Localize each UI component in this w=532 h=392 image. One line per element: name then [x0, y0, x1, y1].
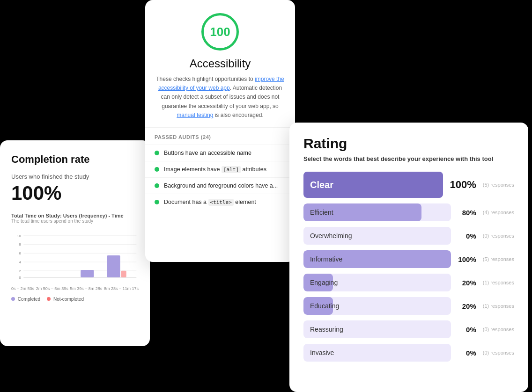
audit-text-1: Buttons have an accessible name — [164, 150, 251, 156]
rating-item-0[interactable]: Clear100%(5) responses — [303, 172, 514, 198]
score-area: 100 Accessibility These checks highlight… — [145, 0, 295, 127]
audit-dot-3 — [155, 183, 159, 188]
completion-subtitle: Users who finished the study — [11, 173, 139, 180]
rating-item-1[interactable]: Efficient80%(4) responses — [303, 203, 514, 221]
rating-bar-wrap-0: Clear — [303, 172, 443, 198]
svg-text:2: 2 — [19, 269, 21, 273]
chart-x-labels: 0s – 2m 50s 2m 50s – 5m 39s 5m 39s – 8m … — [11, 286, 139, 291]
rating-bar-label-7: Invasive — [310, 349, 334, 356]
rating-bar-bg-3: Informative — [303, 250, 451, 268]
chart-subtitle: The total time users spend on the study — [11, 218, 139, 224]
audit-item-3: Background and foreground colors have a.… — [145, 177, 295, 194]
legend-completed: Completed — [11, 297, 40, 302]
rating-bar-label-0: Clear — [310, 180, 333, 190]
rating-bar-bg-0: Clear — [303, 172, 443, 198]
svg-rect-12 — [81, 270, 94, 277]
accessibility-card: 100 Accessibility These checks highlight… — [145, 0, 295, 262]
rating-pct-2: 0% — [458, 232, 476, 240]
rating-responses-2: (0) responses — [483, 233, 514, 239]
rating-bar-wrap-6: Reassuring — [303, 320, 451, 338]
svg-text:6: 6 — [19, 251, 21, 255]
desc-pre: These checks highlight opportunities to — [156, 76, 255, 82]
completion-percent: 100% — [11, 182, 139, 204]
audit-text-3: Background and foreground colors have a.… — [164, 182, 278, 189]
legend-not-completed: Not-completed — [47, 297, 84, 302]
rating-bar-wrap-5: Educating — [303, 297, 451, 315]
score-circle: 100 — [201, 13, 239, 51]
rating-pct-3: 100% — [458, 255, 476, 263]
rating-item-3[interactable]: Informative100%(5) responses — [303, 250, 514, 268]
rating-item-4[interactable]: Engaging20%(1) responses — [303, 274, 514, 291]
rating-title: Rating — [303, 136, 514, 152]
rating-responses-1: (4) responses — [483, 210, 514, 215]
passed-audits-header: PASSED AUDITS (24) — [145, 127, 295, 145]
rating-pct-4: 20% — [458, 279, 476, 287]
rating-bar-wrap-4: Engaging — [303, 274, 451, 291]
rating-item-7[interactable]: Invasive0%(0) responses — [303, 344, 514, 362]
svg-text:0: 0 — [19, 276, 21, 280]
audit-text-4: Document has a <title> element — [164, 199, 256, 205]
rating-pct-5: 20% — [458, 302, 476, 310]
rating-bar-bg-6: Reassuring — [303, 320, 451, 338]
rating-bar-label-3: Informative — [310, 255, 342, 263]
rating-bar-label-1: Efficient — [310, 209, 333, 216]
rating-bar-label-5: Educating — [310, 302, 339, 310]
rating-bar-wrap-2: Overwhelming — [303, 227, 451, 245]
x-label-3: 5m 39s – 8m 28s — [70, 286, 102, 291]
rating-bar-bg-2: Overwhelming — [303, 227, 451, 245]
rating-subtitle: Select the words that best describe your… — [303, 155, 514, 162]
rating-pct-7: 0% — [458, 349, 476, 357]
accessibility-title: Accessibility — [190, 57, 251, 70]
x-label-4: 8m 28s – 11m 17s — [104, 286, 139, 291]
score-value: 100 — [210, 25, 230, 39]
rating-bar-wrap-7: Invasive — [303, 344, 451, 362]
audit-item-4: Document has a <title> element — [145, 194, 295, 210]
audit-dot-4 — [155, 200, 159, 204]
x-label-1: 0s – 2m 50s — [11, 286, 34, 291]
rating-responses-7: (0) responses — [483, 350, 514, 356]
rating-bar-bg-5: Educating — [303, 297, 451, 315]
rating-bar-wrap-1: Efficient — [303, 203, 451, 221]
rating-pct-0: 100% — [450, 179, 476, 191]
rating-items-container: Clear100%(5) responsesEfficient80%(4) re… — [303, 172, 514, 362]
rating-responses-6: (0) responses — [483, 327, 514, 332]
rating-bar-wrap-3: Informative — [303, 250, 451, 268]
desc-post: is also encouraged. — [213, 112, 263, 118]
not-completed-dot — [47, 297, 51, 301]
rating-bar-label-2: Overwhelming — [310, 232, 352, 240]
completed-dot — [11, 297, 15, 301]
rating-item-5[interactable]: Educating20%(1) responses — [303, 297, 514, 315]
x-label-2: 2m 50s – 5m 39s — [36, 286, 68, 291]
audit-item-2: Image elements have [alt] attributes — [145, 161, 295, 177]
rating-pct-1: 80% — [458, 209, 476, 217]
audit-dot-2 — [155, 167, 159, 172]
chart-title: Total Time on Study: Users (frequency) -… — [11, 213, 139, 218]
accessibility-description: These checks highlight opportunities to … — [155, 75, 286, 120]
svg-text:10: 10 — [17, 234, 21, 238]
rating-bar-label-6: Reassuring — [310, 326, 343, 333]
rating-item-6[interactable]: Reassuring0%(0) responses — [303, 320, 514, 338]
svg-rect-13 — [107, 255, 120, 277]
rating-card: Rating Select the words that best descri… — [289, 123, 528, 392]
audit-text-2: Image elements have [alt] attributes — [164, 166, 266, 173]
bar-chart: 10 8 6 4 2 0 0s – 2m 50s 2m 50s – 5m 39s… — [11, 227, 139, 293]
audit-dot-1 — [155, 151, 159, 155]
svg-rect-14 — [121, 271, 126, 277]
svg-text:8: 8 — [19, 242, 21, 247]
rating-responses-3: (5) responses — [483, 256, 514, 262]
svg-text:4: 4 — [19, 260, 21, 264]
rating-bar-label-4: Engaging — [310, 279, 338, 286]
rating-bar-bg-7: Invasive — [303, 344, 451, 362]
rating-bar-bg-1: Efficient — [303, 203, 451, 221]
rating-responses-5: (1) responses — [483, 303, 514, 309]
manual-testing-link[interactable]: manual testing — [177, 112, 213, 118]
completion-title: Completion rate — [11, 153, 139, 166]
rating-responses-0: (5) responses — [483, 182, 514, 188]
rating-pct-6: 0% — [458, 326, 476, 334]
completion-rate-card: Completion rate Users who finished the s… — [0, 140, 150, 346]
chart-legend: Completed Not-completed — [11, 297, 139, 302]
rating-item-2[interactable]: Overwhelming0%(0) responses — [303, 227, 514, 245]
rating-responses-4: (1) responses — [483, 280, 514, 285]
rating-bar-bg-4: Engaging — [303, 274, 451, 291]
bar-chart-svg: 10 8 6 4 2 0 — [11, 227, 139, 283]
